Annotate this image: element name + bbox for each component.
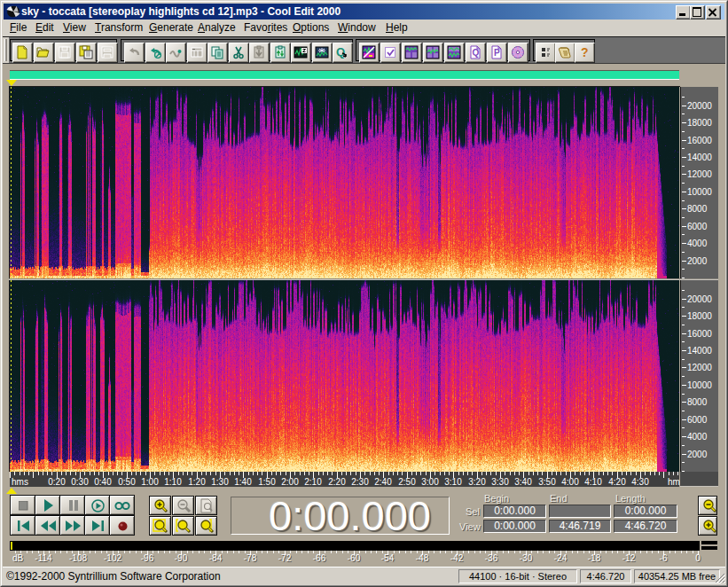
svg-text:P: P xyxy=(494,48,500,58)
svg-text:Q: Q xyxy=(473,48,480,58)
svg-text:?: ? xyxy=(581,45,589,59)
